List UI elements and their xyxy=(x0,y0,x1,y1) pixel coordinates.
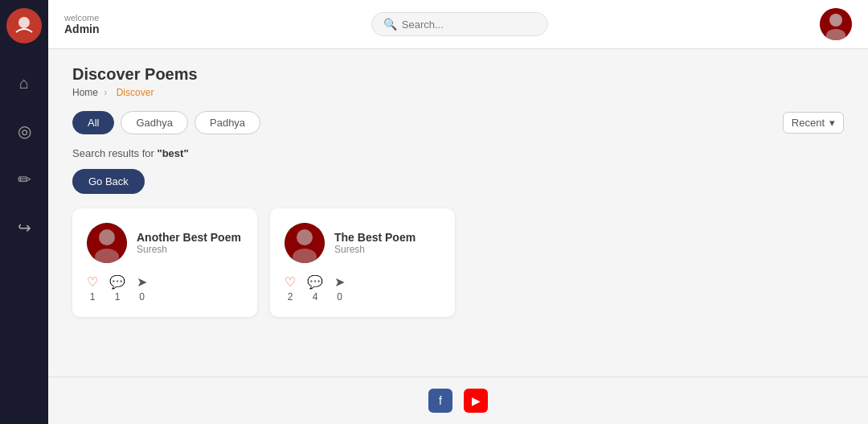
comment-icon: 💬 xyxy=(109,274,125,290)
welcome-label: welcome xyxy=(64,13,100,23)
heart-icon: ♡ xyxy=(87,274,98,290)
card-avatar-image xyxy=(285,223,325,263)
filter-buttons: All Gadhya Padhya xyxy=(72,111,260,134)
logout-icon[interactable]: ↪ xyxy=(11,212,38,244)
breadcrumb-current: Discover xyxy=(117,87,154,98)
facebook-icon[interactable]: f xyxy=(428,389,452,413)
search-results-text: Search results for "best" xyxy=(72,147,844,159)
card-info: Another Best Poem Suresh xyxy=(137,231,241,255)
card-title: Another Best Poem xyxy=(137,231,241,244)
card-author: Suresh xyxy=(334,244,416,255)
card-info: The Best Poem Suresh xyxy=(334,231,416,255)
card-stats: ♡ 1 💬 1 ➤ 0 xyxy=(87,274,243,303)
header-user: welcome Admin xyxy=(64,13,100,35)
sort-dropdown[interactable]: Recent ▾ xyxy=(783,112,844,134)
sort-label: Recent xyxy=(792,117,825,129)
likes-count: 2 xyxy=(288,291,293,303)
explore-icon[interactable]: ◎ xyxy=(11,115,38,147)
comments-count: 1 xyxy=(115,291,121,303)
chevron-down-icon: ▾ xyxy=(829,117,835,129)
poem-card[interactable]: The Best Poem Suresh ♡ 2 💬 4 ➤ xyxy=(270,208,455,317)
youtube-icon[interactable]: ▶ xyxy=(464,389,488,413)
share-icon: ➤ xyxy=(334,274,345,290)
comments-stat: 💬 1 xyxy=(109,274,125,303)
heart-icon: ♡ xyxy=(285,274,296,290)
home-icon[interactable]: ⌂ xyxy=(13,68,35,99)
svg-point-0 xyxy=(18,17,30,28)
sidebar: ⌂ ◎ ✏ ↪ xyxy=(0,0,48,424)
share-icon: ➤ xyxy=(137,274,147,290)
main-content: welcome Admin 🔍 Discover Poems Home › Di… xyxy=(48,0,868,424)
write-icon[interactable]: ✏ xyxy=(11,163,38,196)
logo-icon xyxy=(13,14,35,37)
breadcrumb: Home › Discover xyxy=(72,87,844,98)
shares-stat: ➤ 0 xyxy=(137,274,147,303)
breadcrumb-separator: › xyxy=(104,87,107,98)
card-stats: ♡ 2 💬 4 ➤ 0 xyxy=(285,274,440,303)
search-bar[interactable]: 🔍 xyxy=(371,12,548,36)
page-title: Discover Poems xyxy=(72,65,844,84)
card-title: The Best Poem xyxy=(334,231,416,244)
breadcrumb-home[interactable]: Home xyxy=(72,87,98,98)
likes-stat: ♡ 2 xyxy=(285,274,296,303)
svg-point-5 xyxy=(99,229,115,245)
svg-point-2 xyxy=(829,14,842,27)
poem-card[interactable]: Another Best Poem Suresh ♡ 1 💬 1 ➤ xyxy=(72,208,257,317)
shares-stat: ➤ 0 xyxy=(334,274,345,303)
likes-stat: ♡ 1 xyxy=(87,274,98,303)
shares-count: 0 xyxy=(139,291,145,303)
filters-row: All Gadhya Padhya Recent ▾ xyxy=(72,111,844,134)
comment-icon: 💬 xyxy=(307,274,323,290)
filter-padhya[interactable]: Padhya xyxy=(194,111,260,134)
header: welcome Admin 🔍 xyxy=(48,0,868,49)
card-header: The Best Poem Suresh xyxy=(285,223,440,263)
card-author: Suresh xyxy=(137,244,241,255)
page-content: Discover Poems Home › Discover All Gadhy… xyxy=(48,49,868,377)
go-back-button[interactable]: Go Back xyxy=(72,169,145,194)
avatar[interactable] xyxy=(820,8,852,40)
card-avatar xyxy=(87,223,127,263)
admin-label: Admin xyxy=(64,23,100,35)
search-icon: 🔍 xyxy=(383,18,397,31)
comments-count: 4 xyxy=(313,291,318,303)
search-input[interactable] xyxy=(402,19,536,31)
comments-stat: 💬 4 xyxy=(307,274,323,303)
likes-count: 1 xyxy=(90,291,96,303)
filter-all[interactable]: All xyxy=(72,111,114,134)
search-query: "best" xyxy=(158,147,189,159)
filter-gadhya[interactable]: Gadhya xyxy=(121,111,188,134)
shares-count: 0 xyxy=(337,291,342,303)
footer: f ▶ xyxy=(48,377,868,424)
svg-point-8 xyxy=(297,229,313,245)
card-header: Another Best Poem Suresh xyxy=(87,223,243,263)
card-avatar-image xyxy=(87,223,127,263)
cards-grid: Another Best Poem Suresh ♡ 1 💬 1 ➤ xyxy=(72,208,844,317)
sidebar-logo[interactable] xyxy=(6,8,42,43)
avatar-image xyxy=(820,8,852,40)
card-avatar xyxy=(285,223,325,263)
